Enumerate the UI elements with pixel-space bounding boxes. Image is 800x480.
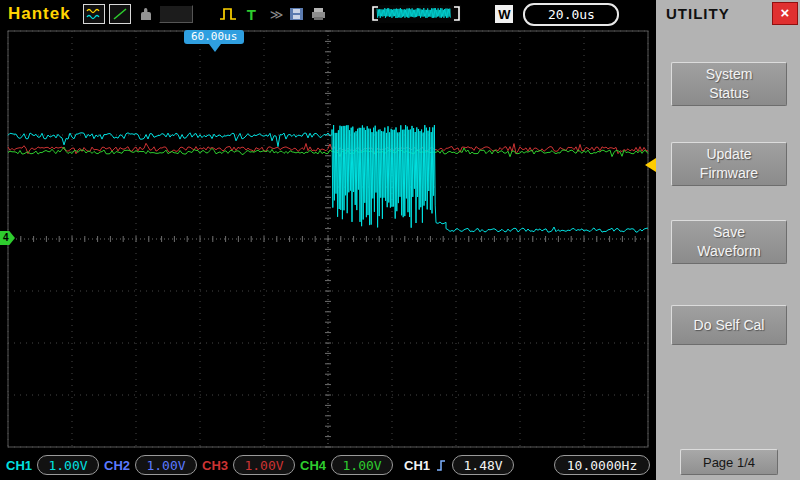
record-waveform-preview[interactable] [371, 5, 461, 23]
scope-display: 60.00us 4 [0, 28, 656, 450]
trigger-menu-icon[interactable] [219, 6, 239, 22]
ch4-label: CH4 [300, 458, 326, 473]
ch3-scale-readout: 1.00V [233, 455, 295, 475]
timebase-readout[interactable]: 20.0us [523, 3, 619, 26]
ch2-scale-value: 1.00V [146, 458, 185, 473]
utility-title: UTILITY [656, 5, 730, 22]
acquire-mode-dropdown[interactable] [159, 5, 193, 23]
ch2-scale-readout: 1.00V [135, 455, 197, 475]
hand-icon [137, 7, 153, 22]
trigger-t-label: T [247, 6, 256, 23]
utility-header: UTILITY × [656, 0, 800, 28]
dual-wave-icon [86, 7, 102, 21]
trigger-level-readout: 1.48V [452, 455, 514, 475]
update-firmware-button[interactable]: Update Firmware [671, 142, 787, 186]
run-control-icon[interactable]: ≫ [270, 7, 284, 22]
printer-icon [310, 7, 327, 21]
page-indicator-button[interactable]: Page 1/4 [680, 449, 778, 475]
oscilloscope-screen: Hantek T ≫ [0, 0, 800, 480]
ch4-scale-value: 1.00V [342, 458, 381, 473]
cursor-measure-icon[interactable] [109, 4, 131, 24]
system-status-button[interactable]: System Status [671, 62, 787, 106]
trigger-level-value: 1.48V [464, 458, 503, 473]
ch3-label: CH3 [202, 458, 228, 473]
trigger-position-tag[interactable]: 60.00us [184, 30, 244, 44]
ch2-label: CH2 [104, 458, 130, 473]
trigger-position-pointer-icon [209, 44, 221, 52]
graticule-waveform-svg [0, 28, 656, 450]
floppy-disk-icon [289, 7, 304, 21]
channel-waveforms-icon[interactable] [83, 4, 105, 24]
ch1-scale-value: 1.00V [48, 458, 87, 473]
trigger-position-label: 60.00us [191, 30, 237, 43]
ch1-scale-readout: 1.00V [37, 455, 99, 475]
trigger-source-label: CH1 [404, 458, 430, 473]
do-self-cal-button[interactable]: Do Self Cal [671, 305, 787, 345]
ch1-label: CH1 [6, 458, 32, 473]
channel4-marker-label: 4 [3, 232, 9, 243]
ch4-scale-readout: 1.00V [331, 455, 393, 475]
frequency-value: 10.0000Hz [567, 458, 637, 473]
utility-panel: UTILITY × System Status Update Firmware … [656, 0, 800, 480]
save-waveform-button[interactable]: Save Waveform [671, 220, 787, 264]
diagonal-line-icon [112, 7, 128, 21]
close-button[interactable]: × [772, 2, 798, 25]
brand-logo: Hantek [8, 4, 71, 24]
window-mode-button[interactable]: W [495, 5, 513, 23]
trigger-level-arrow-icon[interactable] [645, 158, 656, 172]
pulse-icon [219, 6, 239, 22]
hand-tool-icon[interactable] [137, 7, 153, 22]
ch3-scale-value: 1.00V [244, 458, 283, 473]
save-icon[interactable] [289, 7, 304, 21]
print-icon[interactable] [310, 7, 327, 21]
trigger-slope-icon [435, 457, 447, 473]
preview-waveform-icon [371, 5, 461, 23]
statusbar: CH1 1.00V CH2 1.00V CH3 1.00V CH4 1.00V … [0, 450, 656, 480]
frequency-readout: 10.0000Hz [554, 455, 650, 475]
top-toolbar: Hantek T ≫ [0, 0, 656, 28]
